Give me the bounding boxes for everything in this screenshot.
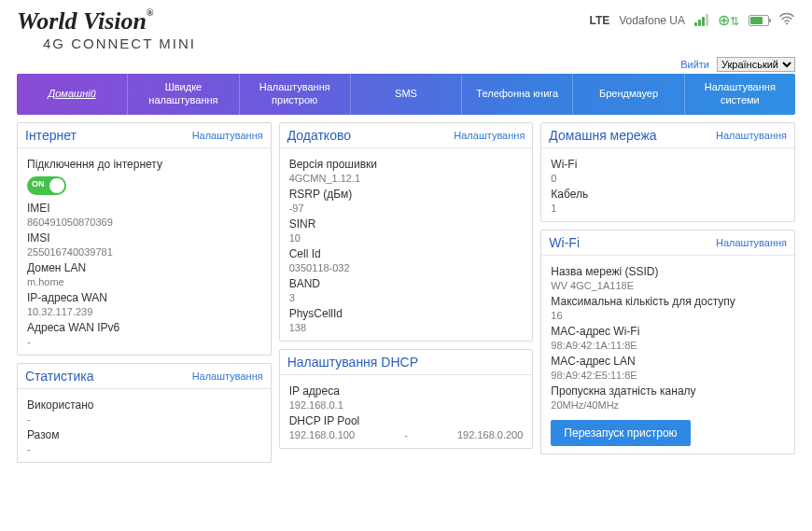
field-label: BAND [289,277,524,290]
field-value: 4GCMN_1.12.1 [289,173,524,184]
wifi-icon [778,12,795,29]
settings-link[interactable]: Налаштування [192,370,263,382]
globe-icon: ⊕⇅ [718,11,739,29]
settings-link[interactable]: Налаштування [192,130,263,141]
field-value: 255016740039781 [27,246,261,258]
tab-device-settings[interactable]: Налаштування пристрою [240,74,351,115]
field-label: Cell Id [289,247,524,260]
language-select[interactable]: Український [717,57,795,72]
field-value: 1 [551,203,785,214]
field-value: 192.168.0.100-192.168.0.200 [289,429,524,440]
tab-sms[interactable]: SMS [351,74,462,115]
settings-link[interactable]: Налаштування [716,130,787,141]
card-title: Статистика [25,369,94,384]
field-value: 98:A9:42:E5:11:8E [551,370,785,381]
field-value: 138 [289,322,524,333]
tab-home[interactable]: Домашній [17,74,128,115]
card-home-net: Домашня мережа Налаштування Wi-Fi0Кабель… [540,122,795,222]
field-value: 10 [289,232,524,244]
field-value: - [27,413,261,425]
field-label: Пропускна здатність каналу [551,384,785,398]
card-dhcp: Налаштування DHCP IP адреса192.168.0.1 D… [279,349,534,449]
settings-link[interactable]: Налаштування [716,237,787,248]
field-label: MAC-адрес LAN [551,355,785,368]
tab-system[interactable]: Налаштування системи [685,74,795,115]
logout-link[interactable]: Вийти [680,59,709,70]
conn-label: Підключення до інтернету [27,158,261,171]
card-title: Налаштування DHCP [287,355,418,370]
field-value: 860491050870369 [27,217,261,228]
internet-toggle[interactable]: ON [27,176,66,195]
tab-quick-setup[interactable]: Швидке налаштування [128,74,239,115]
field-label: IP-адреса WAN [27,291,261,304]
field-label: IMSI [27,231,261,245]
field-label: IMEI [27,202,261,215]
field-label: Wi-Fi [551,158,785,171]
field-value: 20MHz/40MHz [551,399,785,411]
field-value: m.home [27,276,261,287]
signal-icon [694,14,708,26]
card-wifi: Wi-Fi Налаштування Назва мережі (SSID)WV… [540,230,795,454]
field-label: DHCP IP Pool [289,414,524,427]
field-label: Кабель [551,188,785,201]
field-value: 192.168.0.1 [289,399,524,411]
card-title: Домашня мережа [549,128,656,143]
field-label: Адреса WAN IPv6 [27,321,261,334]
field-label: IP адреса [289,384,524,398]
field-label: Разом [27,428,261,441]
field-value: 3 [289,292,524,303]
field-label: Домен LAN [27,261,261,274]
field-label: Назва мережі (SSID) [551,265,785,278]
card-internet: Інтернет Налаштування Підключення до інт… [17,122,272,356]
field-value: 98:A9:42:1A:11:8E [551,340,785,351]
field-label: SINR [289,217,524,231]
restart-button[interactable]: Перезапуск пристрою [551,420,690,446]
brand-block: World Vision® 4G CONNECT MINI [17,7,196,51]
status-bar: LTE Vodafone UA ⊕⇅ [589,11,795,29]
field-value: - [27,336,261,347]
net-type: LTE [589,14,609,27]
settings-link[interactable]: Налаштування [454,130,525,141]
card-title: Wi-Fi [549,235,580,250]
field-label: Використано [27,398,261,412]
field-label: Версія прошивки [289,158,524,171]
battery-icon [749,15,769,26]
brand-model: 4G CONNECT MINI [43,35,196,51]
tab-phonebook[interactable]: Телефонна книга [462,74,573,115]
card-title: Додатково [287,128,351,143]
brand-name: World Vision® [17,7,196,35]
tab-firewall[interactable]: Брендмауер [573,74,684,115]
svg-point-0 [786,22,788,24]
field-value: -97 [289,203,524,214]
field-value: WV 4GC_1A118E [551,280,785,291]
field-label: MAC-адрес Wi-Fi [551,325,785,338]
field-value: 10.32.117.239 [27,306,261,317]
field-label: RSRP (дБм) [289,188,524,201]
field-value: - [27,443,261,454]
field-value: 16 [551,310,785,321]
field-value: 0350118-032 [289,262,524,273]
field-value: 0 [551,173,785,184]
card-extra: Додатково Налаштування Версія прошивки4G… [279,122,534,342]
main-nav: Домашній Швидке налаштування Налаштуванн… [17,74,795,115]
field-label: PhysCellId [289,307,524,320]
card-stats: Статистика Налаштування Використано-Разо… [17,363,272,463]
field-label: Максимальна кількість для доступу [551,295,785,308]
card-title: Інтернет [25,128,77,143]
operator-name: Vodafone UA [619,14,685,27]
